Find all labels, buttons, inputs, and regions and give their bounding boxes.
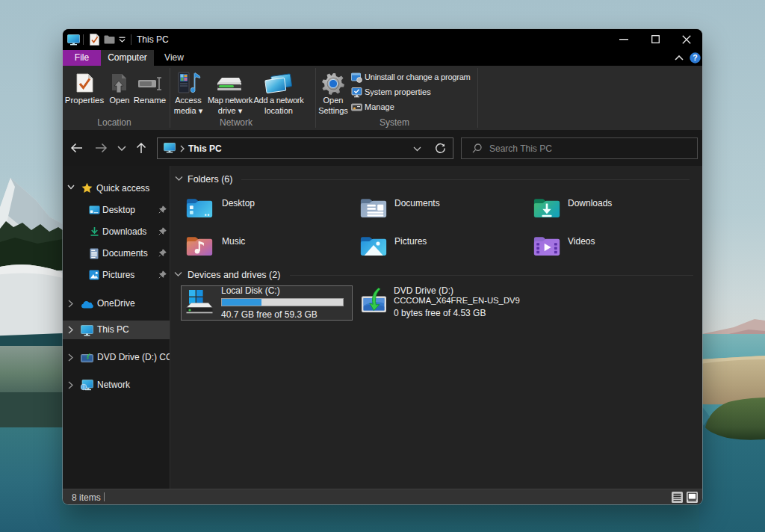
- svg-text:?: ?: [693, 53, 697, 62]
